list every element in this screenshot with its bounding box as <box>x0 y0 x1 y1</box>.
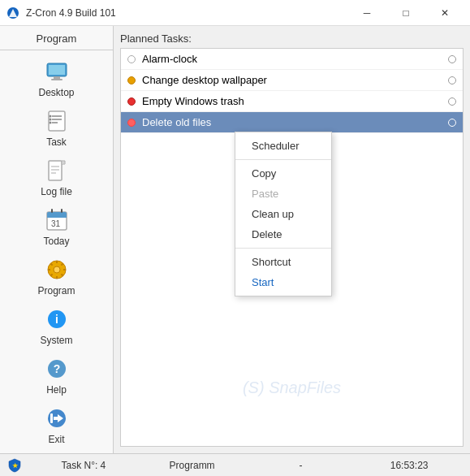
sidebar-item-desktop[interactable]: Desktop <box>0 54 113 103</box>
app-icon <box>6 6 19 19</box>
task-name: Delete old files <box>142 116 448 128</box>
title-bar: Z-Cron 4.9 Build 101 ─ □ ✕ <box>0 0 470 26</box>
sidebar-item-system-label: System <box>40 335 72 346</box>
context-menu: Scheduler Copy Paste Clean up Delete Sho… <box>235 132 332 296</box>
sidebar-item-exit-label: Exit <box>48 434 64 445</box>
context-menu-divider <box>235 159 331 160</box>
sidebar-item-logfile-label: Log file <box>41 186 72 197</box>
task-status-dot <box>127 55 136 63</box>
main-container: Program Desktop <box>0 26 470 453</box>
close-button[interactable]: ✕ <box>426 0 464 26</box>
content-area: Planned Tasks: Alarm-clock Change deskto… <box>114 26 470 453</box>
svg-text:31: 31 <box>51 219 61 228</box>
sidebar-item-task-label: Task <box>46 136 67 148</box>
status-separator: - <box>247 460 356 471</box>
context-menu-copy[interactable]: Copy <box>235 163 331 184</box>
context-menu-shortcut[interactable]: Shortcut <box>235 252 331 272</box>
program-icon <box>44 257 70 283</box>
system-icon: i <box>44 306 70 332</box>
table-row[interactable]: Change desktop wallpaper <box>121 70 463 91</box>
table-row[interactable]: Alarm-clock <box>121 49 463 70</box>
desktop-icon <box>44 58 70 84</box>
planned-tasks-label: Planned Tasks: <box>120 32 464 45</box>
svg-rect-5 <box>51 79 63 80</box>
sidebar-item-today[interactable]: 31 Today <box>0 202 113 252</box>
today-icon: 31 <box>44 207 70 233</box>
tasks-table: Alarm-clock Change desktop wallpaper Emp… <box>120 48 464 447</box>
task-status-dot <box>127 76 136 84</box>
task-name: Empty Windows trash <box>142 95 448 107</box>
logfile-icon <box>44 158 70 184</box>
svg-rect-6 <box>49 111 65 131</box>
context-menu-divider-2 <box>235 248 331 249</box>
sidebar-item-logfile[interactable]: Log file <box>0 153 113 202</box>
svg-rect-13 <box>49 161 62 180</box>
sidebar-item-help-label: Help <box>46 384 67 396</box>
svg-rect-3 <box>49 65 65 75</box>
sidebar-item-help[interactable]: ? Help <box>0 351 113 400</box>
task-name: Alarm-clock <box>142 53 448 65</box>
sidebar-item-program[interactable]: Program <box>0 252 113 301</box>
svg-point-10 <box>49 115 51 118</box>
task-enabled-circle <box>448 97 456 106</box>
help-icon: ? <box>44 356 70 382</box>
svg-point-26 <box>54 266 60 273</box>
window-title: Z-Cron 4.9 Build 101 <box>26 7 116 19</box>
task-enabled-circle <box>448 119 456 127</box>
context-menu-paste: Paste <box>235 184 331 204</box>
svg-point-11 <box>49 119 51 121</box>
svg-rect-40 <box>50 413 53 423</box>
sidebar-item-today-label: Today <box>43 236 69 247</box>
task-status-dot <box>127 119 136 127</box>
watermark: (S) SnapFiles <box>243 379 341 397</box>
title-bar-left: Z-Cron 4.9 Build 101 <box>6 6 116 19</box>
task-name: Change desktop wallpaper <box>142 74 448 86</box>
window-controls: ─ □ ✕ <box>348 0 464 26</box>
sidebar: Program Desktop <box>0 26 114 453</box>
task-status-dot <box>127 97 136 106</box>
task-enabled-circle <box>448 76 456 84</box>
sidebar-item-exit[interactable]: Exit <box>0 400 113 450</box>
table-row[interactable]: Delete old files <box>121 112 463 133</box>
context-menu-start[interactable]: Start <box>235 272 331 292</box>
context-menu-cleanup[interactable]: Clean up <box>235 204 331 224</box>
svg-text:i: i <box>55 313 58 326</box>
exit-icon <box>44 405 70 431</box>
status-shield-icon: ★ <box>6 457 23 474</box>
task-enabled-circle <box>448 55 456 63</box>
sidebar-item-system[interactable]: i System <box>0 301 113 351</box>
sidebar-item-program-label: Program <box>37 285 75 296</box>
minimize-button[interactable]: ─ <box>348 0 386 26</box>
status-program-label: Programm <box>138 460 247 471</box>
status-time: 16:53:23 <box>355 460 464 471</box>
svg-point-12 <box>49 122 51 124</box>
svg-text:?: ? <box>53 362 60 375</box>
maximize-button[interactable]: □ <box>387 0 425 26</box>
sidebar-item-desktop-label: Desktop <box>38 87 74 98</box>
svg-text:★: ★ <box>12 462 19 470</box>
status-task-label: Task N°: 4 <box>29 460 138 471</box>
sidebar-header: Program <box>0 29 113 50</box>
task-icon <box>44 108 70 134</box>
table-row[interactable]: Empty Windows trash <box>121 91 463 112</box>
context-menu-scheduler[interactable]: Scheduler <box>235 136 331 156</box>
context-menu-delete[interactable]: Delete <box>235 224 331 244</box>
svg-rect-4 <box>54 76 60 79</box>
sidebar-item-task[interactable]: Task <box>0 103 113 153</box>
status-bar: ★ Task N°: 4 Programm - 16:53:23 <box>0 453 470 476</box>
svg-rect-21 <box>47 215 67 218</box>
